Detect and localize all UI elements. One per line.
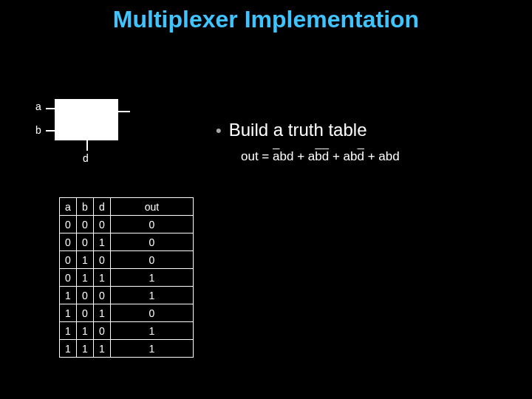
cell: 1: [111, 322, 194, 340]
cell: 0: [111, 233, 194, 251]
th-b: b: [77, 198, 94, 216]
cell: 1: [77, 322, 94, 340]
cell: 1: [111, 340, 194, 358]
th-out: out: [111, 198, 194, 216]
table-row: 1 0 1 0: [60, 304, 194, 322]
table-row: 0 1 0 0: [60, 251, 194, 269]
cell: 0: [111, 216, 194, 233]
cell: 0: [94, 251, 111, 269]
cell: 1: [77, 251, 94, 269]
cell: 1: [94, 233, 111, 251]
wire-d: [86, 140, 88, 151]
term1-bd: bd: [279, 149, 293, 163]
wire-out: [118, 111, 130, 112]
term2-bbar: b: [315, 149, 321, 163]
cell: 1: [94, 269, 111, 287]
plus2: +: [329, 149, 343, 163]
table-row: 1 1 1 1: [60, 340, 194, 358]
cell: 0: [111, 304, 194, 322]
cell: 0: [77, 304, 94, 322]
cell: 0: [77, 287, 94, 304]
term3-dbar: d: [357, 149, 364, 163]
cell: 0: [111, 251, 194, 269]
label-b: b: [35, 124, 41, 136]
bullet-text: Build a truth table: [229, 120, 367, 140]
cell: 1: [60, 340, 77, 358]
label-d: d: [83, 152, 89, 164]
th-a: a: [60, 198, 77, 216]
cell: 1: [60, 322, 77, 340]
cell: 0: [60, 216, 77, 233]
page-title: Multiplexer Implementation: [0, 6, 532, 33]
label-a: a: [35, 100, 41, 112]
cell: 1: [111, 287, 194, 304]
plus3: +: [364, 149, 378, 163]
cell: 1: [77, 269, 94, 287]
cell: 0: [94, 287, 111, 304]
table-header-row: a b d out: [60, 198, 194, 216]
table-row: 1 1 0 1: [60, 322, 194, 340]
term2-a: a: [308, 149, 315, 163]
table-row: 1 0 0 1: [60, 287, 194, 304]
cell: 0: [94, 216, 111, 233]
cell: 1: [94, 304, 111, 322]
truth-table: a b d out 0 0 0 0 0 0 1 0 0 1 0: [59, 197, 194, 358]
boolean-formula: out = abd + abd + abd + abd: [241, 149, 400, 164]
mux-box: [55, 99, 118, 140]
cell: 0: [60, 269, 77, 287]
slide: Multiplexer Implementation a b d • Build…: [0, 0, 532, 399]
cell: 0: [77, 233, 94, 251]
th-d: d: [94, 198, 111, 216]
cell: 1: [77, 340, 94, 358]
term4-abd: abd: [378, 149, 399, 163]
cell: 1: [60, 287, 77, 304]
table-row: 0 0 0 0: [60, 216, 194, 233]
cell: 1: [60, 304, 77, 322]
cell: 1: [94, 340, 111, 358]
formula-lhs: out =: [241, 149, 273, 163]
table-row: 0 1 1 1: [60, 269, 194, 287]
term3-ab: ab: [344, 149, 358, 163]
cell: 0: [60, 251, 77, 269]
cell: 0: [94, 322, 111, 340]
term2-dbar: d: [322, 149, 329, 163]
cell: 0: [60, 233, 77, 251]
wire-b: [46, 130, 55, 132]
table-row: 0 0 1 0: [60, 233, 194, 251]
bullet-icon: •: [216, 123, 222, 139]
wire-a: [46, 108, 55, 109]
bullet-item: • Build a truth table: [216, 120, 367, 140]
cell: 1: [111, 269, 194, 287]
table-body: 0 0 0 0 0 0 1 0 0 1 0 0 0 1 1 1: [60, 216, 194, 358]
cell: 0: [77, 216, 94, 233]
plus1: +: [293, 149, 307, 163]
